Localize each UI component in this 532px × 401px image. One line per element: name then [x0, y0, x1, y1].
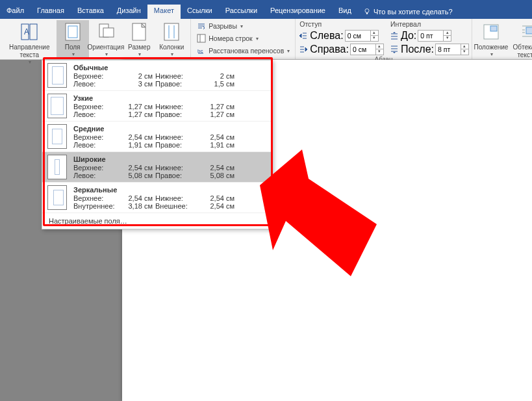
margin-preset-thumb-icon [47, 185, 67, 210]
spacing-before-input[interactable] [418, 32, 443, 40]
chevron-down-icon: ▾ [240, 23, 243, 29]
indent-left-spinner[interactable]: ▴▾ [345, 30, 379, 42]
text-direction-icon: A [19, 21, 40, 42]
spacing-after-spinner[interactable]: ▴▾ [435, 44, 469, 55]
svg-rect-1 [366, 13, 368, 14]
preset-name: Широкие [73, 155, 268, 164]
margins-dropdown: ОбычныеВерхнее:2 смНижнее:2 смЛевое:3 см… [42, 60, 273, 229]
margin-preset-thumb-icon [47, 94, 67, 118]
tab-references[interactable]: Ссылки [181, 5, 219, 19]
spacing-after-input[interactable] [436, 45, 461, 53]
margin-preset-narrow[interactable]: УзкиеВерхнее:1,27 смНижнее:1,27 смЛевое:… [42, 90, 272, 121]
spin-down-icon[interactable]: ▾ [370, 36, 378, 41]
spin-down-icon[interactable]: ▾ [443, 36, 451, 41]
chevron-down-icon: ▾ [490, 51, 493, 58]
orientation-button[interactable]: Ориентация ▾ [89, 20, 123, 59]
columns-button[interactable]: Колонки ▾ [155, 20, 188, 59]
chevron-down-icon: ▾ [138, 51, 141, 58]
tell-me-search[interactable]: Что вы хотите сделать? [358, 5, 458, 19]
svg-rect-10 [164, 23, 179, 40]
preset-name: Зеркальные [73, 186, 268, 194]
chevron-down-icon: ▾ [29, 59, 31, 66]
indent-right-spinner[interactable]: ▴▾ [350, 44, 384, 55]
svg-text:A: A [24, 27, 29, 36]
preset-name: Узкие [73, 94, 268, 103]
spin-down-icon[interactable]: ▾ [461, 49, 468, 55]
spacing-after-label: После: [401, 44, 434, 55]
margin-preset-thumb-icon [47, 124, 67, 149]
line-numbers-icon [196, 33, 207, 44]
margin-preset-moderate[interactable]: СредниеВерхнее:2,54 смНижнее:2,54 смЛево… [42, 121, 272, 151]
chevron-down-icon: ▾ [256, 36, 259, 42]
tab-mailings[interactable]: Рассылки [219, 5, 264, 19]
spacing-after-icon [389, 44, 399, 55]
breaks-button[interactable]: Разрывы▾ [194, 20, 292, 32]
chevron-down-icon: ▾ [171, 51, 173, 58]
svg-rect-19 [526, 27, 532, 34]
tab-file[interactable]: Файл [0, 5, 31, 19]
margin-preset-thumb-icon [47, 155, 67, 179]
indent-right-input[interactable] [351, 45, 375, 53]
margins-button[interactable]: Поля ▾ [57, 20, 89, 59]
preset-name: Средние [73, 125, 268, 133]
hyphenation-button[interactable]: bc Расстановка переносов▾ [194, 45, 292, 57]
svg-rect-13 [197, 34, 205, 42]
spacing-before-spinner[interactable]: ▴▾ [418, 30, 451, 42]
tab-design[interactable]: Дизайн [110, 5, 147, 19]
svg-rect-3 [30, 24, 37, 40]
margin-preset-thumb-icon [47, 63, 67, 88]
indent-left-input[interactable] [346, 32, 370, 40]
hyphenation-icon: bc [196, 45, 207, 56]
chevron-down-icon: ▾ [105, 51, 108, 58]
page-size-icon [129, 21, 149, 42]
spacing-before-label: До: [401, 30, 416, 42]
tab-view[interactable]: Вид [332, 5, 358, 19]
custom-margins-button[interactable]: Настраиваемые поля… [42, 213, 272, 229]
tab-insert[interactable]: Вставка [71, 5, 110, 19]
tell-me-label: Что вы хотите сделать? [374, 8, 453, 16]
title-bar [0, 0, 532, 5]
ribbon-tabs: Файл Главная Вставка Дизайн Макет Ссылки… [0, 5, 532, 19]
margin-preset-normal[interactable]: ОбычныеВерхнее:2 смНижнее:2 смЛевое:3 см… [42, 60, 272, 90]
chevron-down-icon: ▾ [287, 48, 290, 54]
position-icon [481, 21, 501, 42]
wrap-text-icon [519, 21, 532, 42]
margin-preset-mirror[interactable]: ЗеркальныеВерхнее:2,54 смНижнее:2,54 смВ… [42, 182, 272, 213]
indent-left-label: Слева: [310, 30, 343, 42]
spin-down-icon[interactable]: ▾ [375, 49, 383, 55]
position-button[interactable]: Положение▾ [475, 20, 507, 59]
indent-right-icon [298, 44, 309, 55]
indent-heading: Отступ [298, 19, 384, 29]
margin-preset-wide[interactable]: ШирокиеВерхнее:2,54 смНижнее:2,54 смЛево… [42, 151, 272, 182]
tab-layout[interactable]: Макет [147, 5, 181, 19]
orientation-icon [95, 21, 116, 42]
columns-icon [161, 21, 182, 42]
line-numbers-button[interactable]: Номера строк▾ [194, 32, 292, 44]
ribbon: A Направление текста ▾ Поля ▾ Ориентация… [0, 19, 532, 60]
svg-point-0 [365, 9, 369, 13]
margins-icon [62, 21, 83, 42]
indent-right-label: Справа: [310, 44, 349, 55]
spacing-before-icon [389, 31, 399, 41]
indent-left-icon [298, 31, 309, 41]
chevron-down-icon: ▾ [72, 51, 75, 58]
tab-review[interactable]: Рецензирование [264, 5, 332, 19]
breaks-icon [196, 21, 207, 31]
spacing-heading: Интервал [389, 19, 469, 29]
svg-rect-8 [103, 28, 114, 37]
preset-name: Обычные [73, 64, 268, 72]
tab-home[interactable]: Главная [31, 5, 71, 19]
lightbulb-icon [363, 8, 371, 16]
svg-rect-18 [490, 26, 497, 31]
size-button[interactable]: Размер ▾ [123, 20, 155, 59]
